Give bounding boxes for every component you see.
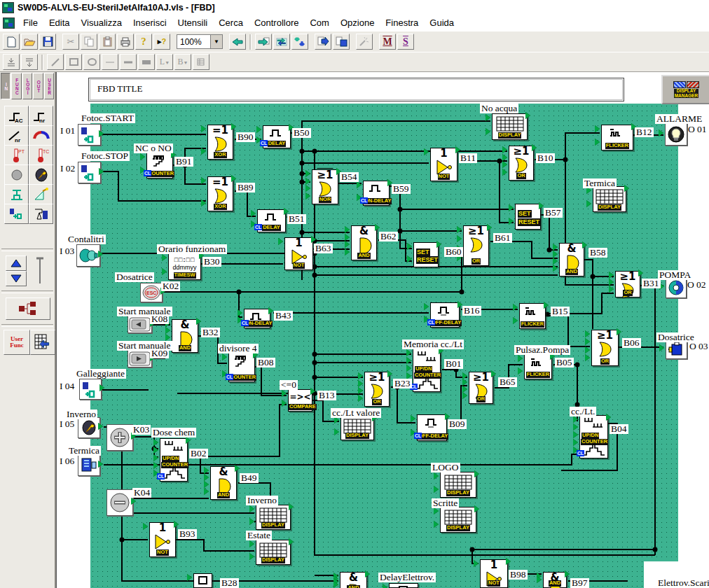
block-and-b49[interactable]: &AND bbox=[210, 466, 237, 500]
input-termica[interactable] bbox=[78, 454, 100, 476]
block-xor-b89[interactable]: =1XOR bbox=[207, 176, 233, 211]
key-right-start-manuale[interactable] bbox=[128, 350, 152, 368]
tc-sensor-icon[interactable]: TC bbox=[29, 145, 53, 165]
block-and[interactable]: &AND bbox=[340, 572, 367, 588]
monitor-mode-button[interactable]: M bbox=[379, 34, 396, 50]
system-switch-icon[interactable] bbox=[29, 204, 53, 224]
line-color-menu-button[interactable]: L▼ bbox=[156, 54, 173, 70]
align-bottom-button[interactable] bbox=[3, 54, 20, 70]
block-display[interactable]: DISPLAY bbox=[256, 505, 291, 530]
scroll-down-button[interactable] bbox=[6, 271, 27, 286]
block-part-b28[interactable] bbox=[193, 573, 212, 588]
block-or-b31[interactable]: ≥1OR bbox=[615, 271, 640, 298]
wire[interactable] bbox=[547, 316, 590, 346]
nr-input-icon[interactable]: nr bbox=[29, 106, 53, 126]
connector-input-icon[interactable] bbox=[4, 204, 29, 224]
copy-button[interactable] bbox=[81, 34, 97, 50]
ac-input-icon[interactable]: AC bbox=[4, 106, 29, 126]
zoom-dropdown-arrow-icon[interactable]: ▼ bbox=[210, 35, 222, 48]
block-display[interactable]: DISPLAY bbox=[593, 186, 626, 212]
block-or-b23[interactable]: ≥1OR bbox=[364, 372, 390, 407]
key-plus[interactable] bbox=[106, 424, 133, 451]
wire[interactable] bbox=[163, 292, 242, 317]
align-top-button[interactable] bbox=[21, 54, 38, 70]
fbd-tree-button[interactable] bbox=[6, 298, 50, 320]
zoom-combobox[interactable]: 100%▼ bbox=[177, 34, 223, 49]
read-controller-button[interactable] bbox=[291, 34, 308, 50]
help-button[interactable]: ? bbox=[135, 34, 152, 50]
block-and-b62[interactable]: &AND bbox=[351, 225, 377, 260]
menu-item-edita[interactable]: Edita bbox=[43, 15, 76, 30]
toolbox-tab-user[interactable]: USER bbox=[44, 73, 54, 99]
block-or-b06[interactable]: ≥1OR bbox=[591, 330, 619, 366]
menu-item-finestra[interactable]: Finestra bbox=[380, 15, 424, 30]
wire[interactable] bbox=[302, 121, 490, 133]
menu-item-opzione[interactable]: Opzione bbox=[335, 15, 380, 30]
block-setreset-b57[interactable]: SETRESET bbox=[515, 204, 541, 230]
output-dosatrice[interactable] bbox=[666, 340, 687, 359]
menu-item-file[interactable]: File bbox=[18, 15, 43, 30]
meter-input-icon[interactable] bbox=[29, 125, 53, 146]
block-and-b97[interactable]: &AND bbox=[543, 572, 567, 588]
limit-switch-icon[interactable] bbox=[29, 184, 53, 204]
block-flicker-b05[interactable]: FLICKER bbox=[524, 354, 552, 379]
grid-settings-button[interactable] bbox=[193, 54, 209, 70]
paste-button[interactable] bbox=[99, 34, 116, 50]
block-and-b32[interactable]: &AND bbox=[172, 319, 198, 353]
line-thick-button[interactable] bbox=[138, 54, 155, 70]
block-display[interactable]: DISPLAY bbox=[256, 540, 291, 565]
toolbox-tab-in[interactable]: IN bbox=[1, 73, 11, 99]
auto-wire-button[interactable] bbox=[356, 34, 373, 50]
verify-controller-button[interactable] bbox=[273, 34, 290, 50]
key-minus[interactable] bbox=[106, 489, 133, 516]
stop-monitor-button[interactable] bbox=[333, 34, 350, 50]
key-switch-icon[interactable] bbox=[29, 164, 53, 185]
pt-sensor-icon[interactable]: PT bbox=[4, 145, 29, 165]
menu-item-visualizza[interactable]: Visualizza bbox=[76, 15, 128, 30]
block-display[interactable]: DISPLAY bbox=[440, 507, 476, 533]
simulation-mode-button[interactable]: S bbox=[397, 34, 414, 50]
block-display[interactable]: DISPLAY bbox=[492, 113, 528, 140]
pressure-switch-icon[interactable] bbox=[4, 184, 29, 204]
output-pompa[interactable] bbox=[666, 277, 687, 298]
block-not-b63[interactable]: 1NOT bbox=[284, 237, 313, 270]
block-display[interactable]: DISPLAY bbox=[440, 472, 476, 498]
block-and-b58[interactable]: &AND bbox=[559, 243, 584, 276]
wire[interactable] bbox=[584, 260, 593, 329]
save-button[interactable] bbox=[39, 34, 56, 50]
toolbox-tab-logi[interactable]: LOGI bbox=[22, 73, 32, 99]
exit-fbd-button[interactable] bbox=[229, 34, 246, 50]
block-xor-b90[interactable]: =1XOR bbox=[207, 125, 233, 160]
pushbutton-icon[interactable] bbox=[4, 164, 29, 185]
block-or-b65[interactable]: ≥1OR bbox=[469, 372, 493, 404]
line-medium-button[interactable] bbox=[120, 54, 137, 70]
menu-item-controllore[interactable]: Controllore bbox=[249, 15, 305, 30]
input-inverno[interactable] bbox=[78, 417, 100, 438]
block-display[interactable]: DISPLAY bbox=[340, 416, 374, 440]
toolbox-tab-out[interactable]: OUT bbox=[33, 73, 43, 99]
menu-item-inserisci[interactable]: Inserisci bbox=[128, 15, 172, 30]
scroll-up-button[interactable] bbox=[6, 255, 27, 271]
toolbox-tab-func[interactable]: FUNC bbox=[11, 73, 21, 99]
line-thin-button[interactable] bbox=[102, 54, 118, 70]
print-button[interactable] bbox=[117, 34, 134, 50]
write-controller-button[interactable] bbox=[255, 34, 272, 50]
input-galleggiante[interactable] bbox=[79, 379, 102, 400]
open-button[interactable] bbox=[21, 34, 38, 50]
input-fotoc-stop[interactable] bbox=[78, 162, 101, 183]
user-func-button[interactable]: UserFunc bbox=[4, 330, 30, 355]
block-flicker-b15[interactable]: FLICKER bbox=[519, 303, 546, 329]
fbd-canvas[interactable]: FBD TITLEDISPLAYMANAGER=1XORB90=1XORB89C… bbox=[56, 72, 709, 588]
block-nor-b54[interactable]: ≥1NOR bbox=[312, 169, 338, 204]
display-grid-button[interactable] bbox=[30, 330, 55, 355]
draw-ellipse-button[interactable] bbox=[83, 54, 100, 70]
block-or-b10[interactable]: ≥1OR bbox=[509, 146, 534, 181]
block-compare-b13[interactable]: =><COMPARE bbox=[288, 389, 312, 412]
draw-line-button[interactable] bbox=[47, 54, 64, 70]
block-not-b93[interactable]: 1NOT bbox=[149, 522, 176, 557]
menu-item-com[interactable]: Com bbox=[304, 15, 334, 30]
context-help-button[interactable]: ▸? bbox=[153, 34, 170, 50]
cut-button[interactable]: ✂ bbox=[62, 34, 79, 50]
key-esc-dosatrice[interactable]: ESC bbox=[140, 283, 163, 302]
palette-slider[interactable] bbox=[35, 255, 45, 285]
